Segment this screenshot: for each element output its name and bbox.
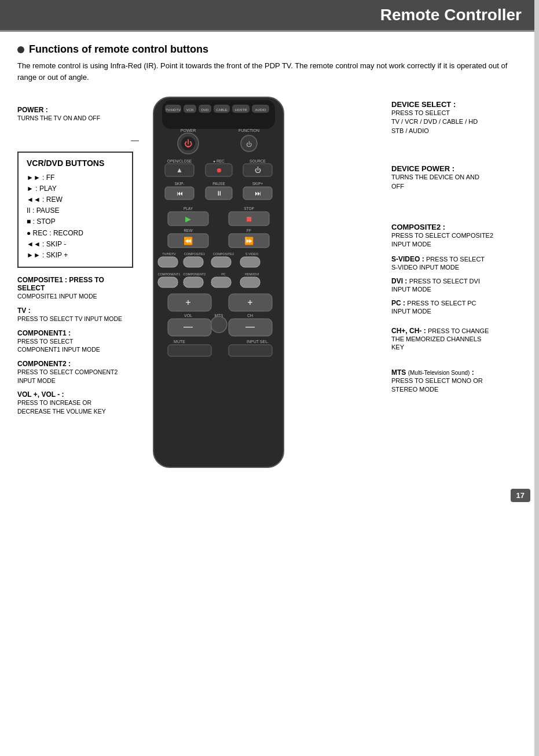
svg-text:⏩: ⏩ bbox=[244, 236, 254, 246]
vol-annotation: VOL +, VOL - : PRESS TO INCREASE ORDECRE… bbox=[17, 390, 133, 415]
svg-text:VOL: VOL bbox=[184, 314, 192, 318]
ch-label: CH+, CH- : PRESS TO CHANGETHE MEMORIZED … bbox=[391, 327, 522, 351]
device-select-label: DEVICE SELECT : bbox=[391, 100, 522, 109]
page-number: 17 bbox=[511, 489, 530, 502]
svg-rect-82 bbox=[229, 345, 272, 356]
svg-text:⏻: ⏻ bbox=[246, 141, 252, 147]
svg-text:⏮: ⏮ bbox=[177, 190, 183, 197]
svg-rect-58 bbox=[240, 257, 260, 267]
tv-label: TV : bbox=[17, 307, 133, 315]
composite2-desc: PRESS TO SELECT COMPOSITE2INPUT MODE bbox=[391, 231, 522, 249]
section-description: The remote control is using Infra-Red (I… bbox=[17, 60, 522, 83]
composite2-annotation: COMPOSITE2 : PRESS TO SELECT COMPOSITE2I… bbox=[391, 223, 522, 249]
section-title-row: Functions of remote control buttons bbox=[17, 43, 522, 56]
svg-text:COMPONENT2: COMPONENT2 bbox=[184, 272, 206, 276]
vcr-item-skip-minus: ◄◄ : SKIP - bbox=[27, 239, 124, 250]
vcr-item-skip-plus: ►► : SKIP + bbox=[27, 250, 124, 261]
right-annotations: DEVICE SELECT : PRESS TO SELECTTV / VCR … bbox=[391, 100, 522, 400]
svg-text:AUDIO: AUDIO bbox=[255, 108, 266, 112]
svg-text:⏻: ⏻ bbox=[255, 167, 261, 174]
svg-text:FUNCTION: FUNCTION bbox=[239, 128, 259, 132]
svg-text:COMPONENT1: COMPONENT1 bbox=[158, 272, 181, 276]
svg-text:—: — bbox=[245, 322, 255, 331]
svg-text:SKIP-: SKIP- bbox=[175, 182, 185, 186]
svg-rect-63 bbox=[158, 277, 178, 287]
svg-rect-56 bbox=[184, 257, 203, 267]
ch-annotation: CH+, CH- : PRESS TO CHANGETHE MEMORIZED … bbox=[391, 327, 522, 351]
svg-text:STOP: STOP bbox=[244, 206, 254, 211]
svg-text:POWER: POWER bbox=[181, 128, 196, 132]
svg-rect-81 bbox=[168, 345, 211, 356]
svg-text:+: + bbox=[185, 297, 190, 307]
svg-text:S VIDEO: S VIDEO bbox=[245, 252, 259, 256]
device-select-desc: PRESS TO SELECTTV / VCR / DVD / CABLE / … bbox=[391, 109, 522, 135]
svg-text:● REC: ● REC bbox=[213, 159, 225, 163]
svg-text:TV/HDTV: TV/HDTV bbox=[166, 108, 181, 112]
svg-text:⏺: ⏺ bbox=[216, 167, 222, 174]
remote-graphic: TV/HDTV VCR DVD CABLE HDSTB AUDIO POWER … bbox=[136, 94, 304, 478]
svg-text:▶: ▶ bbox=[185, 215, 191, 223]
mts-annotation: MTS (Multi-Television Sound) : PRESS TO … bbox=[391, 368, 522, 394]
svg-text:INPUT SEL.: INPUT SEL. bbox=[247, 340, 269, 344]
svg-text:PLAY: PLAY bbox=[184, 206, 193, 211]
svg-text:▲: ▲ bbox=[176, 166, 183, 174]
bullet-icon bbox=[17, 46, 24, 53]
power-dot bbox=[131, 141, 131, 141]
dvi-label: DVI : PRESS TO SELECT DVIINPUT MODE bbox=[391, 277, 522, 293]
component1-annotation: COMPONENT1 : PRESS TO SELECTCOMPONENT1 I… bbox=[17, 329, 133, 354]
svideo-label: S-VIDEO : PRESS TO SELECTS-VIDEO INPUT M… bbox=[391, 255, 522, 271]
composite2-label: COMPOSITE2 : bbox=[391, 223, 522, 231]
component2-desc: PRESS TO SELECT COMPONENT2INPUT MODE bbox=[17, 368, 133, 385]
svg-rect-1 bbox=[162, 100, 275, 129]
svg-text:⏪: ⏪ bbox=[184, 236, 193, 246]
svg-text:⏹: ⏹ bbox=[245, 215, 253, 223]
svg-text:CABLE: CABLE bbox=[216, 108, 228, 112]
svg-rect-55 bbox=[158, 257, 178, 267]
svg-text:COMPOSITE2: COMPOSITE2 bbox=[213, 252, 234, 256]
vcr-item-pause: II : PAUSE bbox=[27, 205, 124, 216]
remote-svg: TV/HDTV VCR DVD CABLE HDSTB AUDIO POWER … bbox=[136, 94, 301, 476]
vcr-dvd-title: VCR/DVD BUTTONS bbox=[27, 158, 124, 168]
component2-annotation: COMPONENT2 : PRESS TO SELECT COMPONENT2I… bbox=[17, 360, 133, 385]
composite1-desc: COMPOSITE1 INPUT MODE bbox=[17, 292, 133, 301]
pc-label: PC : PRESS TO SELECT PCINPUT MODE bbox=[391, 299, 522, 315]
vcr-item-play: ► : PLAY bbox=[27, 183, 124, 194]
svg-text:MUTE: MUTE bbox=[174, 340, 185, 344]
svg-text:OPEN/CLOSE: OPEN/CLOSE bbox=[167, 159, 192, 163]
svg-rect-65 bbox=[211, 277, 231, 287]
svg-text:REW: REW bbox=[184, 228, 193, 233]
svg-text:—: — bbox=[184, 322, 193, 331]
device-power-label: DEVICE POWER : bbox=[391, 164, 522, 173]
main-content: Functions of remote control buttons The … bbox=[0, 32, 539, 511]
svg-text:FF: FF bbox=[247, 228, 251, 233]
left-annotations: POWER : TURNS THE TV ON AND OFF VCR/DVD … bbox=[17, 106, 133, 422]
component2-label: COMPONENT2 : bbox=[17, 360, 133, 368]
tv-desc: PRESS TO SELECT TV INPUT MODE bbox=[17, 315, 133, 323]
svg-text:TV/HDTV: TV/HDTV bbox=[162, 252, 176, 256]
right-border bbox=[534, 0, 539, 756]
mts-label: MTS (Multi-Television Sound) : bbox=[391, 368, 522, 377]
remote-layout: POWER : TURNS THE TV ON AND OFF VCR/DVD … bbox=[17, 94, 522, 499]
vol-label: VOL +, VOL - : bbox=[17, 390, 133, 399]
svg-text:⏭: ⏭ bbox=[255, 190, 261, 197]
svideo-annotation: S-VIDEO : PRESS TO SELECTS-VIDEO INPUT M… bbox=[391, 255, 522, 271]
device-power-desc: TURNS THE DEVICE ON ANDOFF bbox=[391, 173, 522, 191]
device-power-annotation: DEVICE POWER : TURNS THE DEVICE ON ANDOF… bbox=[391, 164, 522, 191]
svg-text:PC: PC bbox=[221, 272, 226, 276]
svg-rect-57 bbox=[211, 257, 231, 267]
header-title: Remote Controller bbox=[380, 6, 522, 24]
svg-text:VCR: VCR bbox=[186, 108, 194, 112]
power-desc: TURNS THE TV ON AND OFF bbox=[17, 114, 133, 123]
svg-rect-66 bbox=[240, 277, 260, 287]
pc-annotation: PC : PRESS TO SELECT PCINPUT MODE bbox=[391, 299, 522, 315]
svg-text:SKIP+: SKIP+ bbox=[252, 182, 263, 186]
vcr-item-rew: ◄◄ : REW bbox=[27, 194, 124, 205]
section-title-text: Functions of remote control buttons bbox=[29, 43, 208, 56]
svg-text:CH: CH bbox=[247, 314, 253, 318]
composite1-annotation: COMPOSITE1 : PRESS TO SELECT COMPOSITE1 … bbox=[17, 276, 133, 301]
svg-point-74 bbox=[211, 316, 227, 333]
vcr-dvd-box: VCR/DVD BUTTONS ►► : FF ► : PLAY ◄◄ : RE… bbox=[17, 152, 133, 268]
svg-text:⏻: ⏻ bbox=[184, 139, 192, 148]
device-select-annotation: DEVICE SELECT : PRESS TO SELECTTV / VCR … bbox=[391, 100, 522, 135]
svg-text:⏸: ⏸ bbox=[216, 190, 222, 197]
